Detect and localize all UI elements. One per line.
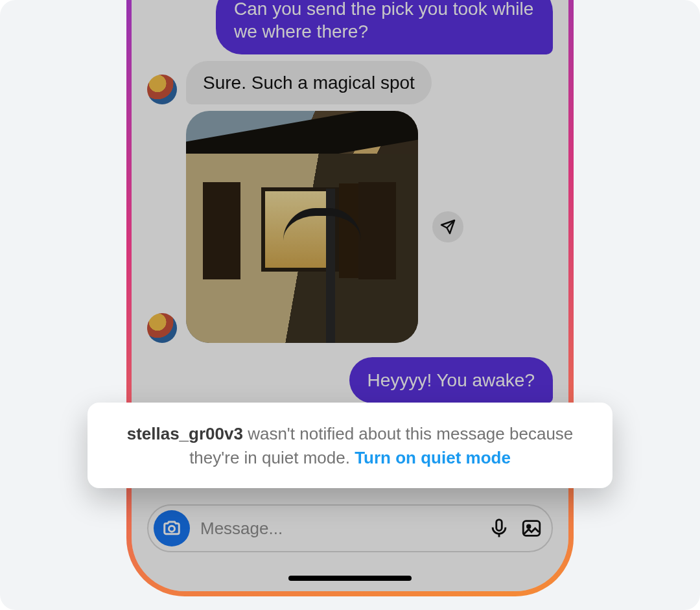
gallery-icon[interactable] xyxy=(520,517,542,539)
home-indicator xyxy=(288,576,412,581)
camera-icon xyxy=(162,519,181,538)
received-message-bubble[interactable]: Sure. Such a magical spot xyxy=(186,61,432,104)
turn-on-quiet-mode-link[interactable]: Turn on quiet mode xyxy=(355,448,511,467)
toast-username: stellas_gr00v3 xyxy=(127,424,243,443)
phone-screen: Can you send the pick you took while we … xyxy=(132,0,568,591)
quiet-mode-toast: stellas_gr00v3 wasn't notified about thi… xyxy=(88,403,612,488)
sent-message-bubble[interactable]: Heyyyy! You awake? xyxy=(349,357,553,403)
message-input-bar: Message... xyxy=(147,504,553,552)
avatar[interactable] xyxy=(147,75,177,104)
message-row-sent: Can you send the pick you took while we … xyxy=(147,0,553,54)
phone-frame: Can you send the pick you took while we … xyxy=(126,0,574,596)
svg-point-3 xyxy=(527,525,530,528)
mic-icon[interactable] xyxy=(488,517,510,539)
image-message-row xyxy=(147,111,553,343)
sent-message-bubble[interactable]: Can you send the pick you took while we … xyxy=(216,0,553,54)
svg-rect-1 xyxy=(496,520,502,531)
svg-point-0 xyxy=(169,526,175,532)
message-row-sent: Heyyyy! You awake? xyxy=(147,357,553,403)
message-row-received: Sure. Such a magical spot xyxy=(147,61,553,104)
image-attachment[interactable] xyxy=(186,111,418,343)
screenshot-stage: Can you send the pick you took while we … xyxy=(0,0,700,610)
share-button[interactable] xyxy=(432,211,463,242)
avatar[interactable] xyxy=(147,313,177,343)
camera-button[interactable] xyxy=(154,510,190,546)
message-input[interactable]: Message... xyxy=(200,519,478,539)
share-icon xyxy=(440,219,456,235)
